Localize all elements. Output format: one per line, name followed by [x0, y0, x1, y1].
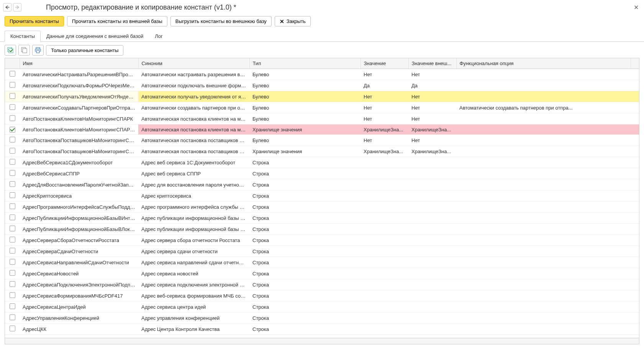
cell-type[interactable]: Булево — [249, 113, 361, 124]
column-header-checkbox[interactable] — [5, 58, 20, 69]
cell-value_ext[interactable]: Нет — [408, 69, 456, 80]
cell-synonym[interactable]: Автоматическая постановка клиентов на мо… — [138, 124, 249, 135]
table-row[interactable]: АвтоПостановкаПоставщиковНаМониторингСПА… — [5, 146, 639, 157]
tab-connection[interactable]: Данные для соединения с внешней базой — [41, 31, 149, 42]
cell-name[interactable]: АдресВебСервиса1СДокументооборот — [20, 157, 138, 168]
row-checkbox[interactable] — [10, 71, 15, 77]
cell-type[interactable]: Строка — [249, 190, 361, 201]
table-row[interactable]: АдресПубликацииИнформационнойБазыВЛокаль… — [5, 224, 639, 235]
cell-func_opt[interactable] — [456, 179, 631, 190]
cell-type[interactable]: Хранилище значения — [249, 146, 361, 157]
column-header-func-opt[interactable]: Функциональная опция — [456, 58, 631, 69]
cell-synonym[interactable]: Адрес веб сервиса СППР — [138, 168, 249, 179]
cell-synonym[interactable]: Адрес сервиса центра идей — [138, 301, 249, 313]
cell-value_ext[interactable]: Нет — [408, 135, 456, 146]
cell-value[interactable]: Нет — [361, 113, 408, 124]
cell-type[interactable]: Строка — [249, 157, 361, 168]
cell-name[interactable]: АвтоматическиНастраиватьРазрешенияВПрофи… — [20, 69, 138, 80]
export-external-button[interactable]: Выгрузить константы во внешнюю базу — [170, 16, 272, 26]
cell-type[interactable]: Строка — [249, 257, 361, 268]
row-checkbox[interactable] — [10, 159, 15, 165]
cell-synonym[interactable]: Адрес веб сервиса 1С:Документооборот — [138, 157, 249, 168]
cell-name[interactable]: АдресДляВосстановленияПароляУчетнойЗапис… — [20, 179, 138, 190]
cell-synonym[interactable]: Адрес публикации информационной базы в и… — [138, 213, 249, 224]
cell-value[interactable]: ХранилищеЗна... — [361, 124, 408, 135]
row-checkbox[interactable] — [10, 192, 15, 198]
cell-func_opt[interactable] — [456, 69, 631, 80]
cell-synonym[interactable]: Автоматически подключать внешние формы р… — [138, 80, 249, 91]
cell-synonym[interactable]: Автоматическая постановка поставщиков на… — [138, 135, 249, 146]
table-row[interactable]: АдресСервисаНаправленийСдачиОтчетностиАд… — [5, 257, 639, 268]
cell-value[interactable]: Нет — [361, 91, 408, 102]
cell-type[interactable]: Строка — [249, 168, 361, 179]
cell-value_ext[interactable] — [408, 301, 456, 313]
cell-func_opt[interactable] — [456, 235, 631, 246]
cell-type[interactable]: Булево — [249, 91, 361, 102]
cell-name[interactable]: АвтоматическиПодключатьФормыРОЧерезМеха.… — [20, 80, 138, 91]
cell-value[interactable]: Нет — [361, 69, 408, 80]
cell-name[interactable]: АдресУправленияКонференцией — [20, 313, 138, 324]
row-checkbox[interactable] — [10, 181, 15, 187]
cell-type[interactable]: Строка — [249, 201, 361, 213]
cell-func_opt[interactable] — [456, 313, 631, 324]
row-checkbox[interactable] — [10, 248, 15, 254]
cell-func_opt[interactable] — [456, 246, 631, 257]
check-all-button[interactable] — [5, 45, 16, 56]
cell-func_opt[interactable] — [456, 279, 631, 290]
row-checkbox[interactable] — [10, 214, 15, 220]
cell-value[interactable]: Нет — [361, 135, 408, 146]
cell-name[interactable]: АвтоматическиПолучатьУведомленияОтЯндекс… — [20, 91, 138, 102]
cell-func_opt[interactable] — [456, 290, 631, 301]
cell-type[interactable]: Строка — [249, 179, 361, 190]
table-row[interactable]: АдресСервисаФормированияМЧБсPDF417Адрес … — [5, 290, 639, 301]
cell-func_opt[interactable] — [456, 324, 631, 335]
close-window-button[interactable]: ✕ — [633, 4, 639, 11]
cell-name[interactable]: АдресСервераСбораОтчетностиРосстата — [20, 235, 138, 246]
cell-type[interactable]: Хранилище значения — [249, 124, 361, 135]
table-row[interactable]: АвтоматическиНастраиватьРазрешенияВПрофи… — [5, 69, 639, 80]
tab-constants[interactable]: Константы — [5, 31, 41, 42]
cell-value_ext[interactable] — [408, 168, 456, 179]
cell-value[interactable] — [361, 257, 408, 268]
cell-func_opt[interactable] — [456, 80, 631, 91]
cell-name[interactable]: АвтоПостановкаПоставщиковНаМониторингСПА… — [20, 135, 138, 146]
cell-value_ext[interactable]: Нет — [408, 91, 456, 102]
cell-value[interactable]: Нет — [361, 102, 408, 113]
cell-synonym[interactable]: Адрес сервиса подключения электронной по… — [138, 279, 249, 290]
cell-name[interactable]: АдресПубликацииИнформационнойБазыВЛокаль… — [20, 224, 138, 235]
cell-synonym[interactable]: Адрес для восстановления пароля учетной … — [138, 179, 249, 190]
cell-value[interactable] — [361, 213, 408, 224]
row-checkbox[interactable] — [10, 93, 15, 99]
column-header-name[interactable]: Имя — [20, 58, 138, 69]
row-checkbox[interactable] — [10, 137, 15, 142]
table-row[interactable]: АдресПубликацииИнформационнойБазыВИнтерн… — [5, 213, 639, 224]
cell-type[interactable]: Строка — [249, 268, 361, 279]
table-row[interactable]: АвтоматическиПодключатьФормыРОЧерезМеха.… — [5, 80, 639, 91]
cell-name[interactable]: АвтоматическиСоздаватьПартнеровПриОтправ… — [20, 102, 138, 113]
cell-name[interactable]: АдресПрограммногоИнтерфейсаСлужбыПоддер.… — [20, 201, 138, 213]
table-row[interactable]: АдресВебСервисаСППРАдрес веб сервиса СПП… — [5, 168, 639, 179]
only-diff-button[interactable]: Только различные константы — [46, 45, 123, 56]
cell-func_opt[interactable] — [456, 168, 631, 179]
table-row[interactable]: АдресЦККАдрес Центра Контроля КачестваСт… — [5, 324, 639, 335]
cell-value[interactable] — [361, 168, 408, 179]
cell-name[interactable]: АдресВебСервисаСППР — [20, 168, 138, 179]
table-row[interactable]: АдресСервераСдачиОтчетностиАдрес сервера… — [5, 246, 639, 257]
table-row[interactable]: АдресДляВосстановленияПароляУчетнойЗапис… — [5, 179, 639, 190]
column-header-value[interactable]: Значение — [361, 58, 408, 69]
row-checkbox[interactable] — [10, 203, 15, 209]
cell-func_opt[interactable] — [456, 113, 631, 124]
cell-value[interactable] — [361, 235, 408, 246]
cell-synonym[interactable]: Автоматически настраивать разрешения в п… — [138, 69, 249, 80]
row-checkbox[interactable] — [10, 270, 15, 276]
cell-value[interactable] — [361, 157, 408, 168]
cell-name[interactable]: АдресЦКК — [20, 324, 138, 335]
table-row[interactable]: АдресВебСервиса1СДокументооборотАдрес ве… — [5, 157, 639, 168]
table-row[interactable]: АдресСервераСбораОтчетностиРосстатаАдрес… — [5, 235, 639, 246]
constants-table-wrap[interactable]: Имя Синоним Тип Значение Значение внеш..… — [5, 58, 639, 338]
cell-func_opt[interactable] — [456, 268, 631, 279]
table-row[interactable]: АвтоматическиПолучатьУведомленияОтЯндекс… — [5, 91, 639, 102]
cell-value_ext[interactable]: Нет — [408, 102, 456, 113]
cell-synonym[interactable]: Адрес криптосервиса — [138, 190, 249, 201]
table-row[interactable]: АвтоПостановкаПоставщиковНаМониторингСПА… — [5, 135, 639, 146]
